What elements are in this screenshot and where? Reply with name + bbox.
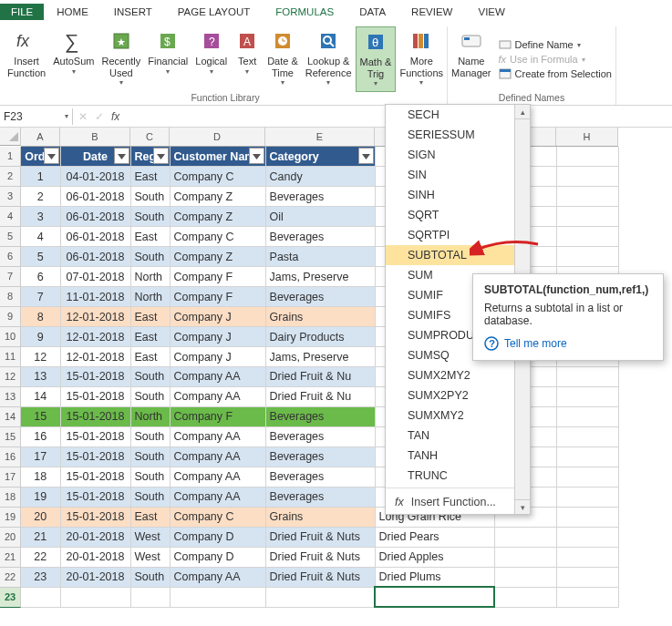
col-header-D[interactable]: D	[170, 128, 265, 146]
row-header[interactable]: 10	[0, 327, 21, 347]
row-header[interactable]: 17	[0, 467, 21, 487]
menu-item-tanh[interactable]: TANH	[386, 446, 514, 466]
row-header[interactable]: 3	[0, 187, 21, 207]
label: Insert Function	[7, 56, 46, 78]
logical-button[interactable]: ? Logical ▾	[191, 26, 231, 92]
menu-item-sumx2py2[interactable]: SUMX2PY2	[386, 385, 514, 405]
date-time-button[interactable]: Date & Time ▾	[264, 26, 302, 92]
col-header-H[interactable]: H	[556, 128, 618, 146]
tell-me-more-link[interactable]: ? Tell me more	[484, 336, 652, 351]
more-functions-button[interactable]: More Functions ▾	[396, 26, 447, 92]
table-row[interactable]: 22 20-01-2018 West Company D Dried Fruit…	[21, 547, 618, 567]
filter-icon[interactable]	[44, 148, 59, 164]
filter-icon[interactable]	[249, 148, 264, 164]
tab-view[interactable]: VIEW	[465, 4, 517, 20]
col-header-A[interactable]: A	[21, 128, 60, 146]
row-header[interactable]: 21	[0, 548, 21, 568]
row-header[interactable]: 4	[0, 207, 21, 227]
text-button[interactable]: A Text ▾	[231, 26, 264, 92]
row-header[interactable]: 12	[0, 367, 21, 387]
label: Recently Used	[101, 56, 140, 78]
tab-insert[interactable]: INSERT	[101, 4, 165, 20]
menu-item-sqrt[interactable]: SQRT	[386, 205, 514, 225]
row-header[interactable]: 6	[0, 247, 21, 267]
row-header[interactable]: 15	[0, 427, 21, 447]
menu-item-subtotal[interactable]: SUBTOTAL	[386, 245, 514, 265]
math-trig-button[interactable]: θ Math & Trig ▾	[356, 26, 397, 92]
row-header[interactable]: 2	[0, 167, 21, 187]
row-header[interactable]: 5	[0, 227, 21, 247]
th-category[interactable]: Category	[265, 147, 375, 167]
recently-used-button[interactable]: ★ Recently Used ▾	[98, 26, 144, 92]
th-date[interactable]: Date	[60, 147, 130, 167]
row-header[interactable]: 11	[0, 347, 21, 367]
formula-bar-row: F23 ▾ ✕ ✓ fx	[0, 106, 672, 128]
th-region[interactable]: Regic	[130, 147, 170, 167]
menu-item-sumx2my2[interactable]: SUMX2MY2	[386, 365, 514, 385]
menu-item-sqrtpi[interactable]: SQRTPI	[386, 225, 514, 245]
use-in-formula-button[interactable]: fx Use in Formula ▾	[499, 54, 612, 65]
table-row[interactable]	[21, 587, 618, 607]
row-header[interactable]: 20	[0, 528, 21, 548]
svg-marker-30	[362, 154, 370, 159]
menu-item-sign[interactable]: SIGN	[386, 145, 514, 165]
menu-item-sumxmy2[interactable]: SUMXMY2	[386, 405, 514, 426]
filter-icon[interactable]	[358, 148, 374, 164]
row-header[interactable]: 14	[0, 407, 21, 427]
table-row[interactable]: 21 20-01-2018 West Company D Dried Fruit…	[21, 527, 618, 547]
chevron-down-icon[interactable]: ▾	[65, 112, 68, 120]
define-name-button[interactable]: Define Name ▾	[499, 38, 612, 51]
financial-button[interactable]: $ Financial ▾	[144, 26, 191, 92]
lookup-button[interactable]: Lookup & Reference ▾	[302, 26, 356, 92]
menu-item-trunc[interactable]: TRUNC	[386, 466, 514, 486]
th-order[interactable]: Order	[21, 147, 60, 167]
active-cell[interactable]	[375, 587, 494, 607]
tab-file[interactable]: FILE	[0, 4, 44, 20]
insert-function-menu-item[interactable]: fx Insert Function...	[386, 490, 530, 514]
tab-home[interactable]: HOME	[44, 4, 101, 20]
tab-formulas[interactable]: FORMULAS	[263, 4, 346, 20]
filter-icon[interactable]	[153, 148, 169, 164]
row-header[interactable]: 19	[0, 508, 21, 528]
tab-page-layout[interactable]: PAGE LAYOUT	[165, 4, 263, 20]
fx-icon[interactable]: fx	[111, 110, 119, 123]
label: AutoSum	[53, 56, 94, 67]
row-header[interactable]: 18	[0, 487, 21, 508]
select-all-corner[interactable]	[0, 128, 21, 146]
menu-item-sech[interactable]: SECH	[386, 105, 514, 125]
fx-icon: fx	[395, 496, 404, 508]
menu-item-sinh[interactable]: SINH	[386, 185, 514, 205]
menu-item-seriessum[interactable]: SERIESSUM	[386, 125, 514, 145]
scroll-down-icon[interactable]: ▾	[515, 499, 530, 514]
th-customer[interactable]: Customer Nam	[170, 147, 265, 167]
insert-function-button[interactable]: fx Insert Function	[4, 26, 49, 92]
row-header[interactable]: 22	[0, 568, 21, 588]
name-manager-button[interactable]: Name Manager	[448, 26, 494, 92]
svg-text:?: ?	[209, 36, 215, 48]
row-header[interactable]: 16	[0, 447, 21, 467]
label: Name Manager	[451, 56, 491, 78]
row-header[interactable]: 23	[0, 588, 21, 608]
label: Create from Selection	[515, 68, 612, 79]
row-header[interactable]: 7	[0, 267, 21, 287]
tab-data[interactable]: DATA	[346, 4, 398, 20]
menu-item-sin[interactable]: SIN	[386, 165, 514, 185]
tab-review[interactable]: REVIEW	[398, 4, 465, 20]
scroll-up-icon[interactable]: ▴	[515, 105, 530, 119]
col-header-B[interactable]: B	[60, 128, 130, 146]
create-from-selection-button[interactable]: Create from Selection	[499, 67, 612, 80]
menu-item-tan[interactable]: TAN	[386, 426, 514, 446]
row-header[interactable]: 13	[0, 387, 21, 407]
row-header[interactable]: 9	[0, 307, 21, 327]
name-box[interactable]: F23 ▾	[0, 108, 73, 125]
row-header[interactable]: 1	[0, 147, 21, 167]
svg-rect-20	[462, 36, 481, 46]
col-header-E[interactable]: E	[265, 128, 375, 146]
filter-icon[interactable]	[114, 148, 129, 164]
label: Tell me more	[504, 337, 567, 350]
name-box-value: F23	[4, 110, 23, 123]
col-header-C[interactable]: C	[130, 128, 170, 146]
table-row[interactable]: 23 20-01-2018 South Company AA Dried Fru…	[21, 567, 618, 587]
autosum-button[interactable]: ∑ AutoSum ▾	[49, 26, 98, 92]
row-header[interactable]: 8	[0, 287, 21, 307]
